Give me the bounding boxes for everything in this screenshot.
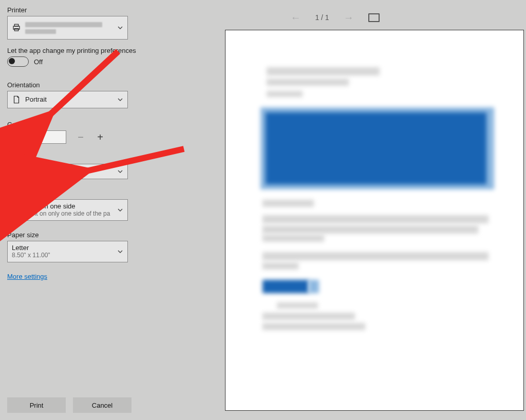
more-settings-link[interactable]: More settings: [7, 273, 47, 280]
preview-area: ← 1 / 1 →: [144, 0, 526, 420]
print-settings-panel: Printer Let the app change my printing p…: [0, 0, 144, 420]
paper-size-select[interactable]: Letter 8.50" x 11.00": [7, 241, 128, 262]
printer-label: Printer: [7, 6, 137, 14]
prev-page-button[interactable]: ←: [290, 12, 300, 24]
chevron-down-icon: [117, 91, 123, 108]
copies-input[interactable]: [7, 130, 66, 144]
copies-label: Copies: [7, 121, 137, 128]
duplex-select[interactable]: Print on one side Print on only one side…: [7, 199, 128, 221]
page-indicator: 1 / 1: [315, 13, 329, 22]
page-navigator: ← 1 / 1 →: [144, 8, 526, 27]
pages-label: Pages: [7, 154, 137, 162]
orientation-select[interactable]: Portrait: [7, 91, 128, 108]
paper-size-value: Letter: [12, 244, 50, 252]
printer-name: [25, 22, 102, 34]
fullscreen-button[interactable]: [368, 13, 380, 22]
chevron-down-icon: [117, 241, 123, 262]
portrait-icon: [12, 95, 21, 104]
copies-minus-button[interactable]: −: [76, 132, 86, 142]
printer-icon: [12, 23, 21, 32]
app-pref-label: Let the app change my printing preferenc…: [7, 47, 137, 54]
next-page-button[interactable]: →: [344, 12, 354, 24]
print-button[interactable]: Print: [7, 397, 66, 413]
chevron-down-icon: [117, 164, 123, 179]
chevron-down-icon: [117, 200, 123, 220]
page-icon: [12, 205, 21, 215]
app-pref-toggle[interactable]: [7, 56, 29, 67]
pages-select[interactable]: All pages: [7, 164, 128, 179]
orientation-value: Portrait: [25, 96, 47, 104]
svg-rect-2: [14, 29, 18, 31]
chevron-down-icon: [117, 16, 123, 39]
page-preview: [225, 30, 524, 411]
orientation-label: Orientation: [7, 81, 137, 89]
cancel-button[interactable]: Cancel: [73, 397, 132, 413]
paper-size-sub: 8.50" x 11.00": [12, 252, 50, 259]
printer-select[interactable]: [7, 16, 128, 40]
app-pref-state: Off: [34, 58, 43, 66]
duplex-value: Print on one side: [25, 203, 110, 211]
duplex-subtext: Print on only one side of the pa: [25, 210, 110, 217]
pages-value: All pages: [12, 168, 39, 176]
paper-size-label: Paper size: [7, 231, 137, 239]
copies-plus-button[interactable]: +: [95, 132, 105, 142]
duplex-label: Duplex printing: [7, 189, 137, 197]
